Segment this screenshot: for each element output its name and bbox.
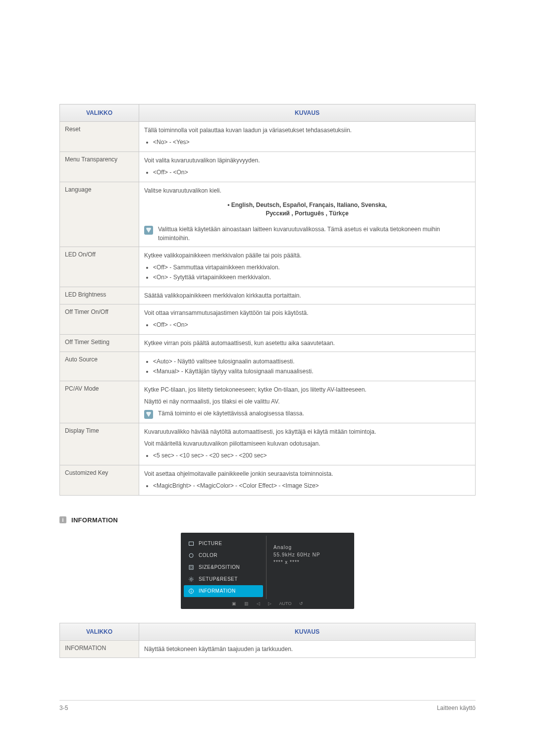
pcav-line2: Näyttö ei näy normaalisti, jos tilaksi e… [144,397,470,406]
menu-led-onoff: LED On/Off [60,247,139,287]
osd-info-panel: Analog 55.9kHz 60Hz NP **** x **** [266,536,351,599]
osd-footer: ▣ ▥ ◁ ▷ AUTO ↺ [184,599,351,607]
svg-rect-2 [189,565,193,569]
gear-icon [188,576,195,583]
info-square-icon: i [59,516,66,523]
transparency-opt: <Off> - <On> [153,168,470,177]
menu-off-timer-onoff: Off Timer On/Off [60,304,139,334]
desc-transparency: Voit valita kuvaruutuvalikon läpinäkyvyy… [139,152,476,182]
transparency-intro: Voit valita kuvaruutuvalikon läpinäkyvyy… [144,156,470,165]
desc-display-time: Kuvaruutuvalikko häviää näytöltä automaa… [139,423,476,465]
reset-intro: Tällä toiminnolla voit palauttaa kuvan l… [144,126,470,135]
language-list2: Русский , Português , Türkçe [144,209,470,218]
osd-info-line: Analog [273,545,347,550]
information-desc: Näyttää tietokoneen käyttämän taajuuden … [144,645,470,654]
led-on-opt: <On> - Sytyttää virtapainikkeen merkkiva… [153,273,470,282]
desc-auto-source: <Auto> - Näyttö valitsee tulosignaalin a… [139,352,476,381]
auto-source-auto: <Auto> - Näyttö valitsee tulosignaalin a… [153,357,470,366]
osd-footer-icon: ◁ [257,601,260,606]
osd-info-line: **** x **** [273,559,347,565]
pcav-note: Tämä toiminto ei ole käytettävissä analo… [158,409,470,418]
desc-off-timer-onoff: Voit ottaa virransammutusajastimen käytt… [139,304,476,334]
osd-item-picture: PICTURE [184,538,263,550]
menu-language: Language [60,182,139,247]
osd-label: PICTURE [199,541,222,546]
auto-source-manual: <Manual> - Käyttäjän täytyy valita tulos… [153,367,470,376]
size-icon [188,564,195,571]
pcav-intro: Kytke PC-tilaan, jos liitetty tietokonee… [144,385,470,394]
display-time-intro: Kuvaruutuvalikko häviää näytöltä automaa… [144,427,470,436]
menu-pcav-mode: PC/AV Mode [60,381,139,423]
color-icon [188,552,195,559]
osd-footer-icon: AUTO [279,601,292,606]
desc-pcav-mode: Kytke PC-tilaan, jos liitetty tietokonee… [139,381,476,423]
setup-reset-table: VALIKKO KUVAUS Reset Tällä toiminnolla v… [59,104,476,496]
desc-led-brightness: Säätää valikkopainikkeen merkkivalon kir… [139,287,476,304]
led-off-opt: <Off> - Sammuttaa virtapainikkeen merkki… [153,263,470,272]
osd-footer-icon: ▷ [268,601,271,606]
customized-key-intro: Voit asettaa ohjelmoitavalle painikkeell… [144,469,470,478]
osd-footer-icon: ▣ [232,601,236,606]
svg-point-3 [190,578,192,580]
menu-information: INFORMATION [60,640,139,657]
menu-auto-source: Auto Source [60,352,139,381]
osd-menu-list: PICTURE COLOR SIZE&POSITION SETUP&RESET [184,536,263,599]
osd-item-information: INFORMATION [184,585,263,597]
info-icon [188,588,195,595]
led-brightness-intro: Säätää valikkopainikkeen merkkivalon kir… [144,291,470,300]
osd-panel: PICTURE COLOR SIZE&POSITION SETUP&RESET [181,533,354,609]
osd-item-setupreset: SETUP&RESET [184,573,263,585]
language-list1: • English, Deutsch, Español, Français, I… [144,201,470,209]
language-note: Valittua kieltä käytetään ainoastaan lai… [158,225,470,243]
desc-off-timer-setting: Kytkee virran pois päältä automaattisest… [139,334,476,352]
desc-led-onoff: Kytkee valikkopainikkeen merkkivalon pää… [139,247,476,287]
picture-icon [188,540,195,547]
desc-customized-key: Voit asettaa ohjelmoitavalle painikkeell… [139,465,476,495]
menu-transparency: Menu Transparency [60,152,139,182]
language-intro: Valitse kuvaruutuvalikon kieli. [144,186,470,195]
note-icon [144,226,153,235]
note-icon [144,410,153,419]
osd-info-line: 55.9kHz 60Hz NP [273,552,347,557]
col-header-menu2: VALIKKO [60,623,139,640]
osd-item-sizeposition: SIZE&POSITION [184,561,263,573]
information-table: VALIKKO KUVAUS INFORMATION Näyttää tieto… [59,623,476,658]
display-time-line2: Voit määritellä kuvaruutuvalikon piilott… [144,439,470,448]
desc-reset: Tällä toiminnolla voit palauttaa kuvan l… [139,122,476,152]
page-footer: 3-5 Laitteen käyttö [59,700,476,711]
osd-label: COLOR [199,553,217,558]
customized-key-opt: <MagicBright> - <MagicColor> - <Color Ef… [153,481,470,490]
osd-label: INFORMATION [199,588,236,594]
reset-opt: <No> - <Yes> [153,138,470,147]
col-header-desc2: KUVAUS [139,623,476,640]
off-timer-onoff-intro: Voit ottaa virransammutusajastimen käytt… [144,308,470,317]
menu-display-time: Display Time [60,423,139,465]
osd-item-color: COLOR [184,550,263,561]
svg-rect-6 [191,590,192,590]
svg-rect-0 [189,542,194,545]
display-time-opt: <5 sec> - <10 sec> - <20 sec> - <200 sec… [153,451,470,460]
led-onoff-intro: Kytkee valikkopainikkeen merkkivalon pää… [144,251,470,260]
menu-customized-key: Customized Key [60,465,139,495]
section-information-title: INFORMATION [71,516,118,524]
off-timer-onoff-opt: <Off> - <On> [153,320,470,329]
desc-information: Näyttää tietokoneen käyttämän taajuuden … [139,640,476,657]
col-header-menu: VALIKKO [60,104,139,122]
section-label: Laitteen käyttö [437,705,476,711]
osd-label: SIZE&POSITION [199,564,240,570]
off-timer-setting-intro: Kytkee virran pois päältä automaattisest… [144,339,470,348]
menu-led-brightness: LED Brightness [60,287,139,304]
desc-language: Valitse kuvaruutuvalikon kieli. • Englis… [139,182,476,247]
osd-footer-icon: ▥ [244,601,249,606]
section-information-heading: i INFORMATION [59,516,476,524]
osd-label: SETUP&RESET [199,576,238,582]
menu-reset: Reset [60,122,139,152]
osd-footer-icon: ↺ [299,601,303,606]
menu-off-timer-setting: Off Timer Setting [60,334,139,352]
col-header-desc: KUVAUS [139,104,476,122]
svg-point-1 [189,554,193,557]
page-number: 3-5 [59,705,68,711]
svg-rect-5 [191,591,192,593]
